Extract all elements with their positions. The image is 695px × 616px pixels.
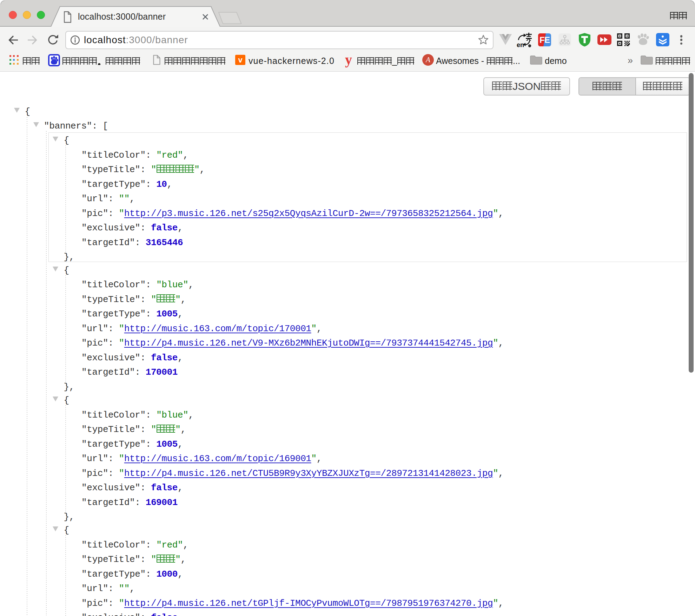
svg-text:E: E bbox=[544, 35, 550, 45]
svg-text:en: en bbox=[517, 41, 524, 48]
svg-text:F: F bbox=[540, 35, 545, 45]
